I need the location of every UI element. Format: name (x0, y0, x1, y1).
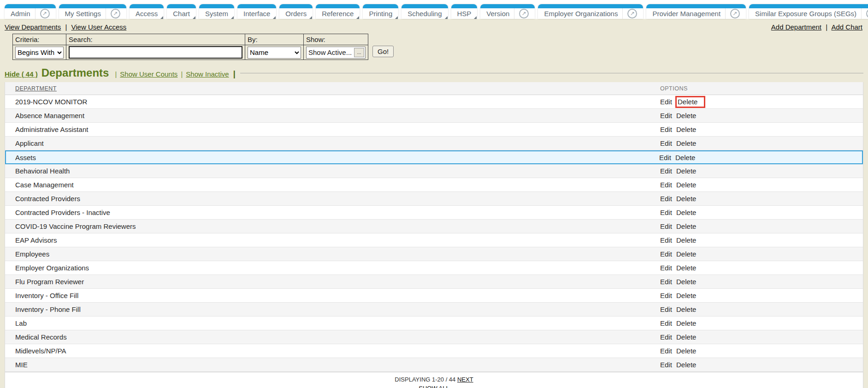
nav-tab[interactable]: Orders (279, 4, 313, 19)
table-row[interactable]: Absence Management Edit Delete (5, 109, 863, 123)
add-department-link[interactable]: Add Department (771, 23, 821, 31)
delete-link[interactable]: Delete (676, 319, 696, 327)
edit-link[interactable]: Edit (660, 195, 672, 203)
nav-tab[interactable]: Similar Exposure Groups (SEGs) ↗ (749, 4, 868, 19)
table-row[interactable]: Behavioral Health Edit Delete (5, 164, 863, 178)
nav-tab[interactable]: Admin ↗ (5, 4, 56, 19)
table-row[interactable]: Applicant Edit Delete (5, 137, 863, 150)
edit-link[interactable]: Edit (660, 333, 672, 341)
edit-link[interactable]: Edit (660, 292, 672, 299)
edit-link[interactable]: Edit (660, 209, 672, 216)
show-all-link[interactable]: SHOW ALL (419, 385, 449, 388)
edit-link[interactable]: Edit (659, 154, 671, 161)
delete-link[interactable]: Delete (676, 305, 696, 313)
delete-link[interactable]: Delete (676, 264, 696, 272)
delete-link[interactable]: Delete (676, 361, 696, 369)
table-row[interactable]: Midlevels/NP/PA Edit Delete (5, 344, 863, 358)
view-departments-link[interactable]: View Departments (5, 23, 61, 31)
table-row[interactable]: Inventory - Phone Fill Edit Delete (5, 303, 863, 316)
nav-tab[interactable]: Version ↗ (480, 4, 535, 19)
delete-link[interactable]: Delete (676, 292, 696, 299)
edit-link[interactable]: Edit (660, 125, 672, 133)
open-new-window-button[interactable]: ↗ (861, 8, 868, 19)
nav-tab[interactable]: Chart (167, 4, 196, 19)
delete-link[interactable]: Delete (676, 222, 696, 230)
delete-link[interactable]: Delete (675, 154, 695, 161)
open-new-window-button[interactable]: ↗ (106, 8, 120, 19)
nav-tab[interactable]: Reference (316, 4, 360, 19)
go-button[interactable]: Go! (372, 46, 394, 57)
table-row[interactable]: Administrative Assistant Edit Delete (5, 123, 863, 137)
table-row[interactable]: Employees Edit Delete (5, 247, 863, 261)
nav-tab[interactable]: Printing (363, 4, 398, 19)
show-filter-more-button[interactable]: ... (354, 48, 364, 57)
edit-link[interactable]: Edit (660, 250, 672, 258)
table-row[interactable]: Inventory - Office Fill Edit Delete (5, 289, 863, 303)
table-row[interactable]: Employer Organizations Edit Delete (5, 261, 863, 275)
delete-link[interactable]: Delete (676, 250, 696, 258)
view-user-access-link[interactable]: View User Access (71, 23, 127, 31)
department-name: Case Management (5, 181, 656, 189)
tab-label: Provider Management (652, 10, 720, 18)
edit-link[interactable]: Edit (660, 222, 672, 230)
delete-link[interactable]: Delete (676, 112, 696, 119)
table-row[interactable]: EAP Advisors Edit Delete (5, 233, 863, 247)
nav-tab[interactable]: System (199, 4, 234, 19)
delete-link[interactable]: Delete (676, 333, 696, 341)
table-row[interactable]: 2019-NCOV MONITOR Edit Delete (5, 95, 863, 109)
delete-link[interactable]: Delete (676, 195, 696, 203)
search-input[interactable] (69, 46, 242, 59)
table-row[interactable]: Assets Edit Delete (5, 150, 863, 164)
open-new-window-button[interactable]: ↗ (35, 8, 50, 19)
nav-tab[interactable]: Access (130, 4, 164, 19)
table-row[interactable]: Contracted Providers Edit Delete (5, 192, 863, 206)
delete-link[interactable]: Delete (676, 209, 696, 216)
add-chart-link[interactable]: Add Chart (831, 23, 862, 31)
nav-tab[interactable]: Employer Organizations ↗ (538, 4, 643, 19)
edit-link[interactable]: Edit (660, 347, 672, 355)
by-select[interactable]: Name (248, 47, 301, 59)
next-page-link[interactable]: NEXT (457, 376, 473, 383)
edit-link[interactable]: Edit (660, 319, 672, 327)
table-row[interactable]: Contracted Providers - Inactive Edit Del… (5, 206, 863, 220)
nav-tab[interactable]: Interface (237, 4, 276, 19)
nav-tab[interactable]: HSP (451, 4, 478, 19)
hide-count-link[interactable]: Hide ( 44 ) (5, 70, 38, 78)
delete-link[interactable]: Delete (676, 181, 696, 189)
table-row[interactable]: MIE Edit Delete (5, 358, 863, 372)
edit-link[interactable]: Edit (660, 98, 672, 106)
department-sort-link[interactable]: DEPARTMENT (15, 85, 57, 92)
criteria-select[interactable]: Begins With (15, 47, 64, 59)
table-row[interactable]: Flu Program Reviewer Edit Delete (5, 275, 863, 289)
table-row[interactable]: COVID-19 Vaccine Program Reviewers Edit … (5, 220, 863, 233)
edit-link[interactable]: Edit (660, 305, 672, 313)
open-new-window-button[interactable]: ↗ (514, 8, 529, 19)
show-filter-field[interactable]: Show Active... ... (306, 47, 366, 59)
edit-link[interactable]: Edit (660, 139, 672, 147)
edit-link[interactable]: Edit (660, 181, 672, 189)
delete-link[interactable]: Delete (676, 139, 696, 147)
show-user-counts-link[interactable]: Show User Counts (120, 70, 177, 78)
nav-tab[interactable]: Scheduling (402, 4, 448, 19)
edit-link[interactable]: Edit (660, 264, 672, 272)
table-row[interactable]: Case Management Edit Delete (5, 178, 863, 192)
delete-link[interactable]: Delete (676, 347, 696, 355)
edit-link[interactable]: Edit (660, 361, 672, 369)
legend-separator: | (181, 70, 183, 78)
nav-tab[interactable]: Provider Management ↗ (646, 4, 746, 19)
delete-link[interactable]: Delete (676, 125, 696, 133)
edit-link[interactable]: Edit (660, 167, 672, 175)
edit-link[interactable]: Edit (660, 236, 672, 244)
delete-link[interactable]: Delete (676, 278, 696, 286)
table-row[interactable]: Lab Edit Delete (5, 316, 863, 330)
delete-link[interactable]: Delete (676, 236, 696, 244)
open-new-window-button[interactable]: ↗ (725, 8, 740, 19)
edit-link[interactable]: Edit (660, 278, 672, 286)
delete-link[interactable]: Delete (675, 96, 705, 108)
delete-link[interactable]: Delete (676, 167, 696, 175)
nav-tab[interactable]: My Settings ↗ (59, 4, 126, 19)
open-new-window-button[interactable]: ↗ (622, 8, 637, 19)
edit-link[interactable]: Edit (660, 112, 672, 119)
table-row[interactable]: Medical Records Edit Delete (5, 330, 863, 344)
show-inactive-link[interactable]: Show Inactive (186, 70, 229, 78)
